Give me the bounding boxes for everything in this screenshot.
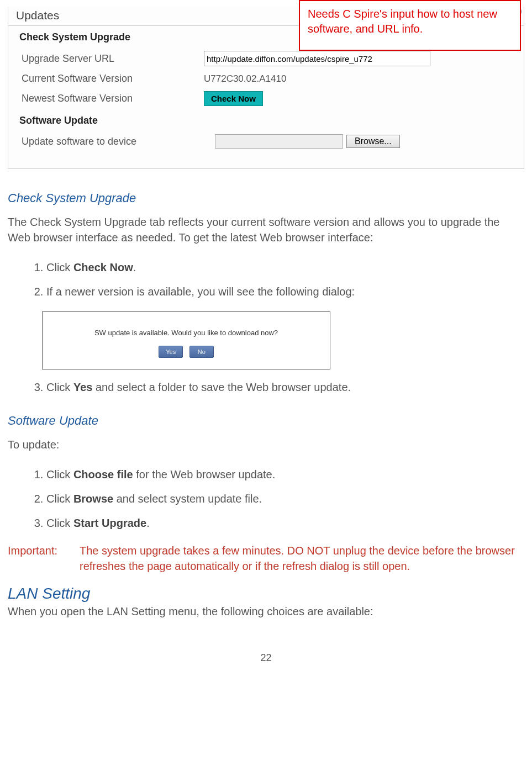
upgrade-url-input[interactable] (204, 51, 430, 66)
important-text: The system upgrade takes a few minutes. … (80, 543, 524, 574)
step-sw-3: Click Start Upgrade. (46, 511, 524, 535)
value-current-version: U772C30.02.A1410 (204, 73, 286, 84)
file-path-display (215, 134, 343, 149)
step-sw-2: Click Browse and select system update fi… (46, 487, 524, 511)
dialog-message: SW update is available. Would you like t… (43, 329, 330, 337)
heading-lan-setting: LAN Setting (8, 585, 524, 603)
step-check-2: If a newer version is available, you wil… (46, 279, 524, 304)
heading-software-update: Software Update (8, 414, 524, 428)
step-sw-1: Click Choose file for the Web browser up… (46, 462, 524, 487)
dialog-yes-button: Yes (159, 346, 183, 358)
row-current-version: Current Software Version U772C30.02.A141… (8, 70, 524, 88)
browse-button[interactable]: Browse... (346, 135, 400, 148)
row-upgrade-url: Upgrade Server URL (8, 47, 524, 70)
dialog-no-button: No (189, 346, 214, 358)
label-newest-version: Newest Software Version (22, 93, 204, 104)
label-current-version: Current Software Version (22, 73, 204, 84)
row-update-software: Update software to device Browse... (8, 131, 524, 152)
paragraph-check-intro: The Check System Upgrade tab reflects yo… (8, 214, 524, 245)
important-label: Important: (8, 543, 80, 574)
page-number: 22 (8, 652, 524, 664)
paragraph-lan-intro: When you open the LAN Setting menu, the … (8, 604, 524, 619)
label-update-software: Update software to device (22, 136, 215, 147)
important-note: Important: The system upgrade takes a fe… (8, 543, 524, 574)
steps-check: Click Check Now. If a newer version is a… (8, 255, 524, 304)
label-upgrade-url: Upgrade Server URL (22, 53, 204, 65)
step-check-3: Click Yes and select a folder to save th… (46, 375, 524, 399)
review-annotation: Needs C Spire's input how to host new so… (299, 0, 521, 51)
row-newest-version: Newest Software Version Check Now (8, 88, 524, 109)
heading-check-system-upgrade: Check System Upgrade (8, 191, 524, 205)
section-software-update: Software Update (8, 109, 524, 131)
step-check-1: Click Check Now. (46, 255, 524, 279)
steps-sw: Click Choose file for the Web browser up… (8, 462, 524, 535)
check-now-button[interactable]: Check Now (204, 91, 263, 106)
paragraph-sw-intro: To update: (8, 437, 524, 452)
dialog-screenshot: SW update is available. Would you like t… (42, 311, 330, 369)
steps-check-cont: Click Yes and select a folder to save th… (8, 375, 524, 399)
